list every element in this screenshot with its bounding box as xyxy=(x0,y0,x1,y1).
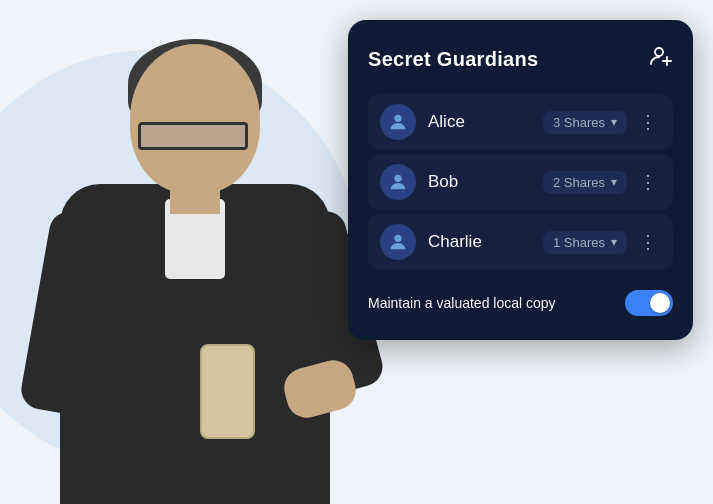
secret-guardians-card: Secret Guardians Alice 3 Shares ▾ xyxy=(348,20,693,340)
chevron-down-icon-bob: ▾ xyxy=(611,175,617,189)
shares-text-bob: 2 Shares xyxy=(553,175,605,190)
avatar-bob xyxy=(380,164,416,200)
guardian-name-alice: Alice xyxy=(428,112,543,132)
guardian-list: Alice 3 Shares ▾ ⋮ Bob 2 Shares ▾ ⋮ xyxy=(368,94,673,270)
svg-point-3 xyxy=(394,115,401,122)
avatar-charlie xyxy=(380,224,416,260)
person-head xyxy=(130,44,260,194)
add-user-icon[interactable] xyxy=(649,44,673,74)
shares-text-alice: 3 Shares xyxy=(553,115,605,130)
guardian-row-charlie[interactable]: Charlie 1 Shares ▾ ⋮ xyxy=(368,214,673,270)
svg-point-5 xyxy=(394,235,401,242)
svg-point-0 xyxy=(655,48,663,56)
person-glasses xyxy=(138,122,248,150)
shares-badge-alice[interactable]: 3 Shares ▾ xyxy=(543,111,627,134)
person-figure xyxy=(20,14,380,504)
toggle-knob xyxy=(650,293,670,313)
person-illustration xyxy=(0,0,400,504)
shares-badge-bob[interactable]: 2 Shares ▾ xyxy=(543,171,627,194)
more-options-icon-bob[interactable]: ⋮ xyxy=(635,171,661,193)
more-options-icon-alice[interactable]: ⋮ xyxy=(635,111,661,133)
guardian-row-bob[interactable]: Bob 2 Shares ▾ ⋮ xyxy=(368,154,673,210)
toggle-row: Maintain a valuated local copy xyxy=(368,290,673,316)
chevron-down-icon-charlie: ▾ xyxy=(611,235,617,249)
toggle-label: Maintain a valuated local copy xyxy=(368,295,556,311)
chevron-down-icon-alice: ▾ xyxy=(611,115,617,129)
local-copy-toggle[interactable] xyxy=(625,290,673,316)
shares-text-charlie: 1 Shares xyxy=(553,235,605,250)
card-header: Secret Guardians xyxy=(368,44,673,74)
guardian-name-charlie: Charlie xyxy=(428,232,543,252)
more-options-icon-charlie[interactable]: ⋮ xyxy=(635,231,661,253)
person-phone xyxy=(200,344,255,439)
svg-point-4 xyxy=(394,175,401,182)
shares-badge-charlie[interactable]: 1 Shares ▾ xyxy=(543,231,627,254)
card-title: Secret Guardians xyxy=(368,48,538,71)
guardian-name-bob: Bob xyxy=(428,172,543,192)
avatar-alice xyxy=(380,104,416,140)
guardian-row-alice[interactable]: Alice 3 Shares ▾ ⋮ xyxy=(368,94,673,150)
